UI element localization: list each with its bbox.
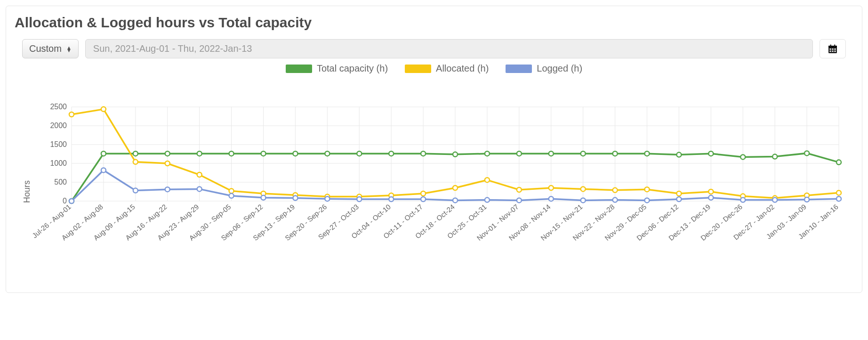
svg-point-75: [165, 151, 170, 156]
svg-point-134: [453, 198, 458, 202]
svg-text:2000: 2000: [50, 121, 67, 130]
svg-point-144: [772, 198, 777, 202]
svg-point-80: [325, 151, 330, 156]
svg-text:500: 500: [54, 178, 67, 186]
svg-point-101: [197, 172, 202, 177]
svg-rect-3: [834, 44, 835, 47]
svg-point-128: [261, 195, 266, 200]
svg-point-109: [453, 186, 458, 190]
svg-point-140: [645, 198, 650, 202]
svg-point-99: [133, 160, 138, 164]
svg-rect-5: [832, 49, 834, 50]
svg-point-122: [69, 199, 74, 203]
svg-point-126: [197, 186, 202, 191]
svg-point-108: [421, 191, 426, 196]
svg-rect-7: [830, 50, 831, 52]
svg-point-141: [676, 197, 681, 202]
svg-point-82: [389, 151, 394, 156]
svg-text:2500: 2500: [50, 103, 67, 111]
svg-point-114: [613, 188, 618, 193]
legend-label-total: Total capacity (h): [317, 63, 388, 74]
svg-point-138: [581, 198, 586, 202]
svg-point-123: [101, 168, 106, 172]
svg-point-95: [804, 151, 809, 155]
controls-row: Custom ▲▼ Sun, 2021-Aug-01 - Thu, 2022-J…: [22, 39, 846, 58]
svg-rect-2: [830, 44, 831, 47]
svg-point-97: [69, 112, 74, 117]
svg-point-131: [357, 197, 362, 202]
svg-text:1500: 1500: [50, 140, 67, 148]
svg-point-87: [549, 151, 554, 156]
svg-rect-1: [828, 46, 837, 48]
date-range-display[interactable]: Sun, 2021-Aug-01 - Thu, 2022-Jan-13: [85, 39, 813, 58]
chart-area: Hours 05001000150020002500Jul-26 - Aug-0…: [15, 102, 853, 281]
svg-point-100: [165, 161, 170, 166]
svg-point-98: [101, 107, 106, 112]
legend-label-allocated: Allocated (h): [436, 63, 489, 74]
range-select-label: Custom: [29, 43, 62, 54]
svg-point-121: [836, 190, 841, 195]
legend-swatch-total: [286, 65, 312, 73]
svg-rect-9: [835, 50, 836, 52]
svg-point-96: [836, 160, 841, 165]
calendar-icon: [827, 43, 838, 55]
svg-point-85: [485, 151, 490, 156]
svg-point-81: [357, 151, 362, 156]
legend-item-total[interactable]: Total capacity (h): [286, 63, 388, 74]
legend-label-logged: Logged (h): [537, 63, 582, 74]
page-title: Allocation & Logged hours vs Total capac…: [15, 15, 853, 31]
legend-swatch-logged: [506, 65, 532, 73]
y-axis-label: Hours: [22, 180, 32, 203]
svg-point-73: [101, 151, 106, 156]
svg-point-133: [421, 197, 426, 202]
svg-point-86: [517, 151, 522, 156]
svg-point-135: [485, 198, 490, 202]
svg-point-92: [708, 151, 713, 156]
line-chart: 05001000150020002500Jul-26 - Aug-01Aug-0…: [15, 102, 853, 281]
svg-point-125: [165, 187, 170, 192]
sort-icon: ▲▼: [66, 46, 72, 52]
svg-point-102: [229, 188, 234, 193]
svg-point-84: [453, 152, 458, 157]
svg-rect-8: [832, 50, 834, 52]
svg-text:1000: 1000: [50, 159, 67, 167]
svg-point-110: [485, 178, 490, 182]
svg-point-78: [261, 151, 266, 156]
calendar-button[interactable]: [820, 39, 846, 58]
svg-point-90: [645, 151, 650, 156]
svg-point-146: [836, 196, 841, 201]
svg-point-145: [804, 197, 809, 202]
svg-point-77: [229, 151, 234, 156]
svg-point-79: [293, 151, 297, 156]
legend: Total capacity (h) Allocated (h) Logged …: [15, 63, 853, 74]
svg-point-117: [708, 189, 713, 194]
svg-point-136: [517, 198, 522, 202]
svg-rect-4: [830, 49, 831, 50]
svg-point-116: [676, 191, 681, 196]
svg-point-124: [133, 188, 138, 193]
svg-point-132: [389, 197, 394, 202]
svg-point-111: [517, 187, 522, 192]
svg-point-130: [325, 196, 330, 201]
svg-point-93: [740, 154, 745, 159]
svg-point-139: [613, 198, 618, 202]
legend-swatch-allocated: [405, 65, 431, 73]
svg-point-137: [549, 196, 554, 201]
svg-point-83: [421, 151, 426, 156]
svg-point-91: [676, 153, 681, 157]
svg-point-88: [581, 151, 586, 156]
svg-point-113: [581, 186, 586, 191]
svg-point-143: [740, 198, 745, 202]
range-select[interactable]: Custom ▲▼: [22, 39, 79, 58]
legend-item-logged[interactable]: Logged (h): [506, 63, 582, 74]
svg-rect-6: [835, 49, 836, 50]
chart-card: Allocation & Logged hours vs Total capac…: [6, 6, 862, 293]
svg-point-89: [613, 151, 618, 156]
svg-point-127: [229, 194, 234, 198]
svg-point-112: [549, 186, 554, 190]
svg-point-74: [133, 151, 138, 156]
svg-point-94: [772, 154, 777, 159]
svg-point-76: [197, 151, 202, 156]
svg-point-115: [645, 187, 650, 192]
legend-item-allocated[interactable]: Allocated (h): [405, 63, 489, 74]
